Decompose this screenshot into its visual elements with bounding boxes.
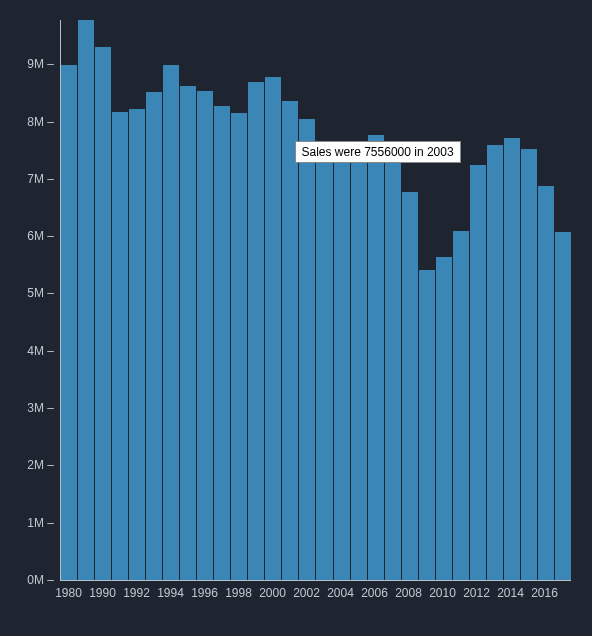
bar-1980[interactable] bbox=[61, 65, 77, 580]
bar-2014[interactable] bbox=[504, 138, 520, 580]
x-tick-label: 1998 bbox=[225, 586, 252, 600]
sales-bar-chart: 0M –1M –2M –3M –4M –5M –6M –7M –8M –9M –… bbox=[0, 0, 592, 636]
bars-container bbox=[61, 20, 571, 580]
y-tick-label: 7M – bbox=[27, 172, 54, 186]
bar-2015[interactable] bbox=[521, 149, 537, 580]
bar-2000[interactable] bbox=[265, 77, 281, 580]
x-tick-label: 1996 bbox=[191, 586, 218, 600]
bar-2011[interactable] bbox=[453, 231, 469, 580]
y-tick-label: 2M – bbox=[27, 458, 54, 472]
x-tick-label: 1992 bbox=[123, 586, 150, 600]
x-tick-label: 2016 bbox=[531, 586, 558, 600]
x-tick-label: 1994 bbox=[157, 586, 184, 600]
bar-2001[interactable] bbox=[282, 101, 298, 580]
bar-1998[interactable] bbox=[231, 113, 247, 580]
x-tick-label: 2014 bbox=[497, 586, 524, 600]
bar-2013[interactable] bbox=[487, 145, 503, 580]
bar-1994[interactable] bbox=[163, 65, 179, 580]
bar-2017[interactable] bbox=[555, 232, 571, 580]
y-tick-label: 8M – bbox=[27, 115, 54, 129]
x-tick-label: 2008 bbox=[395, 586, 422, 600]
y-tick-label: 5M – bbox=[27, 286, 54, 300]
bar-1992[interactable] bbox=[129, 109, 145, 580]
x-tick-label: 1980 bbox=[55, 586, 82, 600]
x-tick-label: 2002 bbox=[293, 586, 320, 600]
bar-1999[interactable] bbox=[248, 82, 264, 580]
x-tick-label: 2012 bbox=[463, 586, 490, 600]
bar-2016[interactable] bbox=[538, 186, 554, 580]
x-tick-label: 2004 bbox=[327, 586, 354, 600]
bar-2008[interactable] bbox=[402, 192, 418, 580]
x-tick-label: 2000 bbox=[259, 586, 286, 600]
bar-1996[interactable] bbox=[197, 91, 213, 580]
bar-2006[interactable] bbox=[368, 135, 384, 580]
bar-2005[interactable] bbox=[351, 141, 367, 580]
y-tick-label: 1M – bbox=[27, 516, 54, 530]
bar-2004[interactable] bbox=[334, 151, 350, 580]
y-tick-label: 9M – bbox=[27, 57, 54, 71]
y-tick-label: 6M – bbox=[27, 229, 54, 243]
bar-2012[interactable] bbox=[470, 165, 486, 580]
x-tick-label: 2010 bbox=[429, 586, 456, 600]
y-tick-label: 3M – bbox=[27, 401, 54, 415]
bar-1993[interactable] bbox=[146, 92, 162, 580]
bar-1991[interactable] bbox=[112, 112, 128, 580]
bar-1989[interactable] bbox=[78, 20, 94, 580]
bar-1990[interactable] bbox=[95, 47, 111, 580]
bar-1995[interactable] bbox=[180, 86, 196, 580]
y-axis: 0M –1M –2M –3M –4M –5M –6M –7M –8M –9M – bbox=[0, 20, 60, 580]
plot-area: Sales were 7556000 in 2003 bbox=[60, 20, 571, 581]
bar-2009[interactable] bbox=[419, 270, 435, 580]
bar-2002[interactable] bbox=[299, 119, 315, 580]
bar-2003[interactable] bbox=[316, 147, 332, 580]
x-tick-label: 2006 bbox=[361, 586, 388, 600]
x-axis: 1980199019921994199619982000200220042006… bbox=[60, 582, 570, 602]
x-tick-label: 1990 bbox=[89, 586, 116, 600]
bar-2007[interactable] bbox=[385, 147, 401, 580]
bar-1997[interactable] bbox=[214, 106, 230, 580]
y-tick-label: 4M – bbox=[27, 344, 54, 358]
y-tick-label: 0M – bbox=[27, 573, 54, 587]
bar-2010[interactable] bbox=[436, 257, 452, 580]
